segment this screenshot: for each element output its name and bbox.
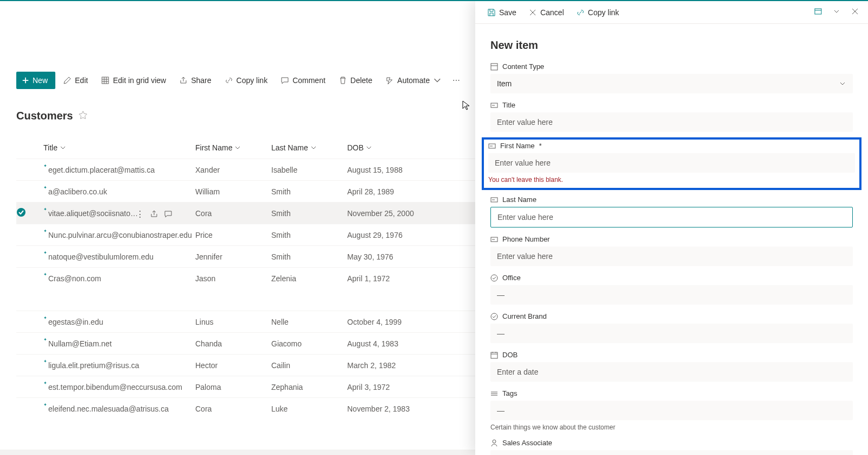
- cell-title-text: eget.dictum.placerat@mattis.ca: [48, 166, 155, 174]
- close-icon: [851, 7, 859, 16]
- new-indicator-icon: ✦: [43, 207, 47, 212]
- cell-dob: May 30, 1976: [347, 252, 434, 261]
- svg-rect-3: [491, 64, 497, 70]
- content-type-icon: [490, 63, 498, 71]
- cell-title-text: Nunc.pulvinar.arcu@conubianostraper.edu: [48, 231, 192, 239]
- copy-link-button[interactable]: Copy link: [219, 72, 273, 89]
- first-name-label: First Name: [500, 142, 535, 150]
- cell-title-text: Nullam@Etiam.net: [48, 339, 112, 348]
- cell-first: Cora: [195, 209, 271, 218]
- tags-icon: [490, 390, 498, 397]
- choice-icon: [490, 274, 498, 282]
- panel-close-button[interactable]: [848, 5, 861, 20]
- cell-title-text: natoque@vestibulumlorem.edu: [48, 252, 154, 261]
- comment-label: Comment: [292, 76, 326, 85]
- favorite-button[interactable]: [78, 110, 88, 122]
- delete-label: Delete: [350, 76, 372, 85]
- text-icon: [488, 142, 496, 150]
- panel-chevron-button[interactable]: [830, 5, 843, 20]
- cell-dob: November 25, 2000: [347, 209, 434, 218]
- new-indicator-icon: ✦: [43, 163, 47, 168]
- edit-button[interactable]: Edit: [58, 72, 93, 89]
- link-icon: [225, 76, 233, 85]
- brand-label: Current Brand: [502, 312, 547, 320]
- cell-dob: April 3, 1972: [347, 383, 434, 391]
- customize-form-button[interactable]: [812, 5, 825, 20]
- share-label: Share: [191, 76, 211, 85]
- cell-title-text: vitae.aliquet@sociisnato…: [48, 209, 138, 218]
- cell-first: Hector: [195, 361, 271, 370]
- cell-last: Smith: [271, 231, 347, 239]
- comment-button[interactable]: Comment: [275, 72, 331, 89]
- trash-icon: [339, 76, 347, 85]
- cell-dob: August 29, 1976: [347, 231, 434, 239]
- text-icon: [490, 196, 498, 204]
- automate-label: Automate: [397, 76, 430, 85]
- svg-point-9: [491, 313, 497, 320]
- cell-title: ✦vitae.aliquet@sociisnato…⋮: [43, 209, 195, 218]
- cell-first: Cora: [195, 405, 271, 413]
- cell-last: Giacomo: [271, 339, 347, 348]
- cell-title-text: Cras@non.com: [48, 274, 101, 283]
- phone-input[interactable]: [490, 247, 853, 266]
- dob-input[interactable]: [490, 362, 853, 382]
- panel-body: New item Content Type Item Title: [475, 24, 868, 455]
- cell-last: Nelle: [271, 318, 347, 326]
- link-icon: [576, 8, 585, 17]
- first-name-error: You can't leave this blank.: [488, 176, 855, 184]
- required-indicator: *: [539, 142, 542, 150]
- close-icon: [528, 8, 537, 17]
- col-header-dob[interactable]: DOB: [347, 143, 434, 152]
- content-type-select[interactable]: Item: [490, 74, 853, 93]
- save-icon: [487, 8, 496, 17]
- associate-label: Sales Associate: [502, 439, 552, 447]
- associate-input[interactable]: [490, 450, 853, 455]
- comment-icon[interactable]: [164, 210, 173, 218]
- chevron-down-icon: [366, 144, 372, 151]
- comment-icon: [280, 76, 289, 85]
- col-title-label: Title: [43, 143, 58, 152]
- checkmark-icon: [16, 207, 26, 217]
- col-dob-label: DOB: [347, 143, 363, 152]
- save-button[interactable]: Save: [482, 5, 522, 20]
- office-value[interactable]: —: [490, 285, 853, 305]
- col-header-title[interactable]: Title: [43, 143, 195, 152]
- cell-title: ✦est.tempor.bibendum@neccursusa.com: [43, 383, 195, 391]
- flow-icon: [385, 76, 394, 85]
- col-header-first-name[interactable]: First Name: [195, 143, 271, 152]
- command-bar: New Edit Edit in grid view Share Copy li…: [16, 72, 464, 89]
- row-more-button[interactable]: ⋮: [136, 209, 144, 219]
- first-name-input[interactable]: [488, 153, 855, 173]
- delete-button[interactable]: Delete: [333, 72, 378, 89]
- title-input[interactable]: [490, 112, 853, 132]
- share-button[interactable]: Share: [174, 72, 216, 89]
- panel-copy-link-button[interactable]: Copy link: [571, 5, 625, 20]
- brand-value[interactable]: —: [490, 324, 853, 343]
- edit-grid-button[interactable]: Edit in grid view: [95, 72, 171, 89]
- edit-label: Edit: [75, 76, 88, 85]
- office-label: Office: [502, 274, 521, 282]
- col-header-last-name[interactable]: Last Name: [271, 143, 347, 152]
- cell-last: Zelenia: [271, 274, 347, 283]
- cell-title-text: eleifend.nec.malesuada@atrisus.ca: [48, 405, 169, 413]
- automate-button[interactable]: Automate: [380, 72, 447, 89]
- tags-value[interactable]: —: [490, 401, 853, 420]
- share-icon[interactable]: [150, 210, 158, 218]
- share-icon: [179, 76, 188, 85]
- cell-dob: October 4, 1999: [347, 318, 434, 326]
- col-first-label: First Name: [195, 143, 232, 152]
- new-button[interactable]: New: [16, 72, 55, 89]
- text-icon: [490, 102, 498, 109]
- cell-title-text: a@aclibero.co.uk: [48, 187, 107, 196]
- last-name-input[interactable]: [490, 207, 853, 228]
- field-title: Title: [490, 101, 853, 132]
- svg-rect-2: [815, 9, 821, 14]
- cell-title-text: egestas@in.edu: [48, 318, 103, 326]
- more-actions-button[interactable]: ⋯: [449, 72, 464, 89]
- cell-last: Isabelle: [271, 166, 347, 174]
- field-first-name: First Name * You can't leave this blank.: [484, 140, 859, 188]
- cancel-button[interactable]: Cancel: [523, 5, 570, 20]
- cell-first: Price: [195, 231, 271, 239]
- panel-command-bar: Save Cancel Copy link: [475, 1, 868, 24]
- cancel-label: Cancel: [540, 8, 564, 17]
